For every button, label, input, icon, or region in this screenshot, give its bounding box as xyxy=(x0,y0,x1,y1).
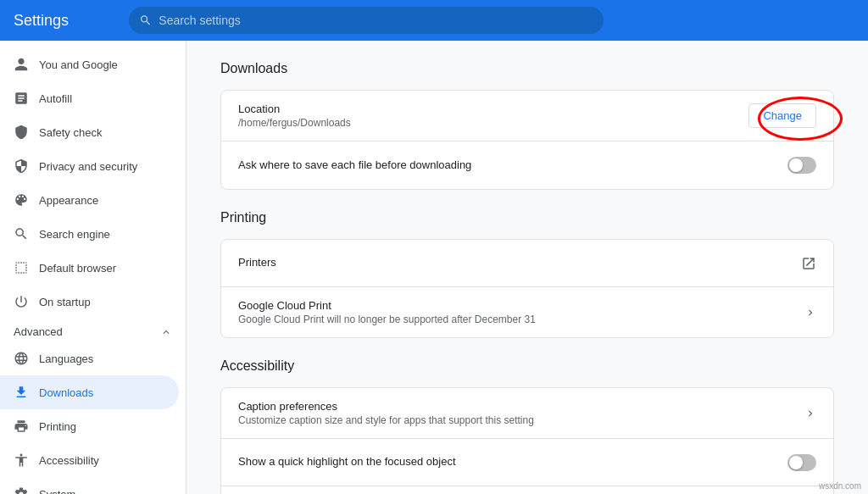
watermark: wsxdn.com xyxy=(819,481,861,491)
printing-section: Printing Printers Google Cloud Print Goo… xyxy=(220,210,834,338)
accessibility-icon xyxy=(14,452,29,468)
sidebar-item-label: Languages xyxy=(39,352,93,365)
external-link-icon xyxy=(801,256,816,271)
highlight-label: Show a quick highlight on the focused ob… xyxy=(238,455,787,468)
sidebar: You and Google Autofill Safety check Pri… xyxy=(0,41,186,494)
chevron-up-icon xyxy=(160,326,172,338)
sidebar-item-system[interactable]: System xyxy=(0,477,179,494)
sidebar-item-search-engine[interactable]: Search engine xyxy=(0,217,179,251)
sidebar-item-label: Printing xyxy=(39,420,76,433)
sidebar-item-privacy-security[interactable]: Privacy and security xyxy=(0,149,179,183)
downloads-title: Downloads xyxy=(220,61,834,76)
caption-content: Caption preferences Customize caption si… xyxy=(238,400,804,426)
printers-content: Printers xyxy=(238,256,801,270)
accessibility-title: Accessibility xyxy=(220,358,834,374)
cloud-print-label: Google Cloud Print xyxy=(238,299,804,312)
sidebar-item-label: Default browser xyxy=(39,262,116,275)
sidebar-item-appearance[interactable]: Appearance xyxy=(0,183,179,217)
navigate-row: Navigate pages with a text cursor To tur… xyxy=(221,486,833,494)
sidebar-item-label: Appearance xyxy=(39,194,98,207)
cloud-print-content: Google Cloud Print Google Cloud Print wi… xyxy=(238,299,804,325)
cloud-print-sub: Google Cloud Print will no longer be sup… xyxy=(238,314,804,325)
browser-icon xyxy=(14,260,29,275)
sidebar-item-autofill[interactable]: Autofill xyxy=(0,81,179,115)
highlight-toggle[interactable] xyxy=(787,454,816,471)
location-content: Location /home/fergus/Downloads xyxy=(238,103,748,129)
sidebar-item-safety-check[interactable]: Safety check xyxy=(0,115,179,149)
sidebar-item-label: You and Google xyxy=(39,58,118,71)
downloads-section: Downloads Location /home/fergus/Download… xyxy=(220,61,834,190)
shield-icon xyxy=(14,125,29,140)
printing-card: Printers Google Cloud Print Google Cloud… xyxy=(220,239,834,338)
sidebar-item-you-google[interactable]: You and Google xyxy=(0,47,179,81)
accessibility-card: Caption preferences Customize caption si… xyxy=(220,387,834,494)
sidebar-item-languages[interactable]: Languages xyxy=(0,341,179,375)
main-content: Downloads Location /home/fergus/Download… xyxy=(186,41,868,494)
highlight-content: Show a quick highlight on the focused ob… xyxy=(238,455,787,469)
downloads-card: Location /home/fergus/Downloads Change A… xyxy=(220,90,834,190)
accessibility-section: Accessibility Caption preferences Custom… xyxy=(220,358,834,494)
downloads-card-wrapper: Location /home/fergus/Downloads Change A… xyxy=(220,90,834,190)
sidebar-item-printing[interactable]: Printing xyxy=(0,409,179,443)
header-title: Settings xyxy=(14,12,115,30)
sidebar-item-on-startup[interactable]: On startup xyxy=(0,285,179,319)
sidebar-item-label: On startup xyxy=(39,296,91,308)
sidebar-item-label: Autofill xyxy=(39,92,72,105)
sidebar-item-label: Search engine xyxy=(39,228,110,241)
search-icon xyxy=(139,14,152,27)
search-bar[interactable] xyxy=(129,7,604,34)
startup-icon xyxy=(14,294,29,309)
location-row: Location /home/fergus/Downloads Change xyxy=(221,91,833,142)
search-input[interactable] xyxy=(159,14,593,27)
layout: You and Google Autofill Safety check Pri… xyxy=(0,41,868,494)
ask-save-label: Ask where to save each file before downl… xyxy=(238,158,787,171)
download-icon xyxy=(14,385,29,400)
sidebar-item-label: Safety check xyxy=(39,126,102,139)
sidebar-item-default-browser[interactable]: Default browser xyxy=(0,251,179,285)
chevron-right-icon-caption xyxy=(804,408,816,419)
appearance-icon xyxy=(14,192,29,208)
location-value: /home/fergus/Downloads xyxy=(238,117,748,129)
caption-row[interactable]: Caption preferences Customize caption si… xyxy=(221,388,833,439)
sidebar-item-label: Accessibility xyxy=(39,454,99,467)
ask-save-toggle[interactable] xyxy=(787,157,816,174)
sidebar-item-label: Privacy and security xyxy=(39,160,137,173)
system-icon xyxy=(14,486,29,494)
location-label: Location xyxy=(238,103,748,115)
autofill-icon xyxy=(14,91,29,106)
sidebar-item-accessibility[interactable]: Accessibility xyxy=(0,443,179,477)
sidebar-item-downloads[interactable]: Downloads xyxy=(0,375,179,409)
person-icon xyxy=(14,57,29,72)
ask-save-content: Ask where to save each file before downl… xyxy=(238,158,787,173)
sidebar-item-label: Downloads xyxy=(39,386,93,399)
caption-sub: Customize caption size and style for app… xyxy=(238,414,804,426)
privacy-icon xyxy=(14,158,29,174)
ask-save-row: Ask where to save each file before downl… xyxy=(221,142,833,189)
print-icon xyxy=(14,419,29,434)
printing-title: Printing xyxy=(220,210,834,225)
advanced-section-header[interactable]: Advanced xyxy=(0,319,186,341)
printers-row[interactable]: Printers xyxy=(221,240,833,287)
sidebar-item-label: System xyxy=(39,488,75,495)
caption-label: Caption preferences xyxy=(238,400,804,413)
search-engine-icon xyxy=(14,226,29,241)
highlight-row: Show a quick highlight on the focused ob… xyxy=(221,439,833,486)
language-icon xyxy=(14,351,29,366)
change-button[interactable]: Change xyxy=(748,103,816,128)
chevron-right-icon xyxy=(804,307,816,319)
header: Settings xyxy=(0,0,868,41)
cloud-print-row[interactable]: Google Cloud Print Google Cloud Print wi… xyxy=(221,287,833,337)
printers-label: Printers xyxy=(238,256,801,269)
